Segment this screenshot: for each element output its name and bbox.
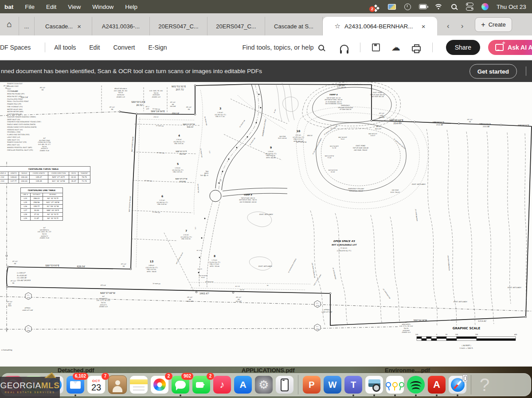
watermark-brand-b: MLS [41, 381, 60, 390]
svg-text:30' SIDE S/B: 30' SIDE S/B [153, 283, 160, 285]
svg-text:N41°54'09"W56.42': N41°54'09"W56.42' [199, 275, 207, 278]
wifi-icon[interactable] [434, 3, 442, 10]
running-indicator [373, 394, 375, 396]
svg-text:( IN FEET ): ( IN FEET ) [462, 344, 471, 347]
find-tools-search[interactable]: Find tools, topics, or help [242, 44, 324, 51]
svg-text:1.50 AC.(65,362 SQ. FT.)CBA: 0: 1.50 AC.(65,362 SQ. FT.)CBA: 0.95 AC. [172, 167, 184, 173]
star-icon[interactable]: ☆ [335, 22, 340, 30]
dock-icon-word[interactable]: W [324, 376, 341, 394]
tab-2[interactable]: A2431.0036-... [92, 17, 150, 35]
menu-clock[interactable]: Thu Oct 23 [497, 4, 528, 10]
dock-icon-safari-iphone[interactable] [449, 376, 466, 394]
svg-text:30' SIDE S/B: 30' SIDE S/B [152, 211, 160, 213]
back-arrow-icon[interactable]: ‹ [447, 22, 450, 31]
print-icon[interactable] [412, 46, 421, 51]
dock-icon-question[interactable]: ? [476, 376, 493, 394]
tab-1[interactable]: Cascade...× [35, 17, 92, 35]
dock-icon-calendar[interactable]: OCT237 [87, 376, 105, 394]
boundary-lines [7, 84, 532, 325]
time-machine-icon[interactable] [403, 3, 411, 10]
svg-text:1 inch = 100 ft.: 1 inch = 100 ft. [459, 347, 473, 349]
dock-icon-messages[interactable]: 902 [172, 376, 189, 394]
dock-icon-passwords[interactable] [386, 376, 404, 394]
pdf-page-plat-map[interactable]: L.L.223L.L.194L.L.223L.L.194 GRAPHIC SCA… [0, 82, 532, 367]
menu-item-file[interactable]: File [25, 4, 35, 10]
svg-text:100 YEAR FLOODPLAIN: 100 YEAR FLOODPLAIN [447, 255, 450, 271]
dock-icon-spotify[interactable] [407, 376, 425, 394]
toolbar-left: DF SpacesAll toolsEditConvertE-Sign [0, 43, 180, 52]
create-button[interactable]: + Create [475, 17, 512, 32]
svg-text:S88°41'21"E: S88°41'21"E [176, 150, 187, 152]
tab-active[interactable]: ☆A2431.0064-BERNHAR...× [323, 17, 437, 35]
station-points [198, 94, 262, 273]
ask-ai-button[interactable]: Ask AI A [488, 40, 532, 55]
menu-item-help[interactable]: Help [125, 4, 137, 10]
svg-text:S89°00'13"E: S89°00'13"E [131, 101, 145, 103]
cloud-upload-icon[interactable]: ☁ [391, 43, 400, 52]
toolbar-item-all-tools[interactable]: All tools [54, 44, 76, 51]
read-aloud-icon[interactable] [340, 45, 348, 51]
tab-4[interactable]: 20ERS047_C... [207, 17, 265, 35]
dock-icon-powerpoint[interactable]: P [303, 376, 321, 394]
share-button[interactable]: Share [446, 40, 480, 55]
toolbar-item-convert[interactable]: Convert [113, 44, 135, 51]
tab-0[interactable]: ... [19, 17, 35, 35]
dock-icon-notes[interactable] [130, 376, 148, 394]
svg-text:20' U.E.: 20' U.E. [198, 268, 203, 270]
dock-icon-mail[interactable]: 6,102 [66, 376, 84, 394]
svg-text:3: 3 [219, 107, 221, 110]
dock-icon-acrobat[interactable]: A [428, 376, 446, 394]
dropbox-icon[interactable]: 2 [372, 3, 380, 10]
spotlight-search-icon[interactable] [450, 3, 458, 10]
display-icon[interactable] [388, 3, 396, 10]
control-center-icon[interactable] [466, 3, 473, 10]
dock-icon-preview[interactable] [365, 376, 383, 394]
forward-arrow-icon[interactable]: › [461, 22, 464, 31]
dock-icon-iphone-mirroring[interactable] [276, 376, 293, 394]
menu-item-window[interactable]: Window [92, 4, 113, 10]
scan-ocr-banner: nned document has been identified, Scan … [0, 60, 532, 82]
desktop-strip: Detached.pdfAPPLICATIONS.pdfEnvironme...… [0, 367, 532, 398]
tab-close-icon[interactable]: × [77, 23, 81, 30]
dock-icon-music[interactable]: ♪ [213, 376, 231, 394]
svg-text:S88°05'42"E: S88°05'42"E [389, 119, 403, 121]
svg-text:L.L.: L.L. [27, 294, 30, 296]
tab-close-icon[interactable]: × [422, 23, 426, 30]
toolbar-item-e-sign[interactable]: E-Sign [148, 44, 167, 51]
menu-bar: bat FileEditViewWindowHelp 2 Thu Oct 23 [0, 0, 532, 13]
svg-text:TOP OF DAM: 800.30BOTTOM OF PO: TOP OF DAM: 800.30BOTTOM OF POOL: 790.50… [239, 197, 257, 203]
dock-icon-system-settings[interactable]: ⚙ [255, 376, 273, 394]
active-app-name[interactable]: bat [4, 4, 13, 10]
plus-icon: + [481, 21, 485, 28]
menu-item-view[interactable]: View [68, 4, 81, 10]
svg-text:50' FRONT S/B: 50' FRONT S/B [200, 148, 203, 158]
dock-icon-facetime[interactable]: 2 [192, 376, 210, 394]
save-icon[interactable] [372, 43, 380, 51]
tab-5[interactable]: Cascade at S... [265, 17, 323, 35]
battery-icon[interactable] [419, 3, 427, 10]
home-button[interactable]: ⌂ [0, 13, 19, 35]
menu-item-edit[interactable]: Edit [46, 4, 56, 10]
desktop-file[interactable]: Environme....pdf [385, 367, 430, 374]
svg-text:489.30': 489.30' [307, 135, 313, 137]
svg-text:1.50 AC.(65,381 SQ. FT.)CBA: 0: 1.50 AC.(65,381 SQ. FT.)CBA: 0.71 AC. [215, 112, 226, 117]
dock-separator [298, 375, 298, 394]
dock-icon-app-store[interactable]: A [234, 376, 252, 394]
svg-text:IPS 1/2"RBON LINE: IPS 1/2"RBON LINE [235, 297, 242, 302]
toolbar-item-edit[interactable]: Edit [89, 44, 100, 51]
tab-3[interactable]: 20ERS047_C... [150, 17, 207, 35]
search-icon [318, 45, 324, 51]
svg-text:75' WATERSHED BUFFER: 75' WATERSHED BUFFER [393, 138, 406, 150]
siri-icon[interactable] [481, 3, 489, 10]
svg-text:30': 30' [267, 285, 269, 286]
desktop-file[interactable]: APPLICATIONS.pdf [242, 367, 295, 374]
road-darden-way [199, 84, 287, 287]
toolbar-item-df-spaces[interactable]: DF Spaces [0, 44, 31, 51]
dock-icon-photos[interactable]: 2 [151, 376, 168, 394]
running-indicator [457, 394, 458, 396]
dock-icon-contacts[interactable] [108, 375, 127, 394]
svg-text:9: 9 [270, 146, 272, 149]
svg-text:L26: L26 [220, 179, 222, 181]
dock-icon-teams[interactable]: T [344, 376, 362, 394]
get-started-button[interactable]: Get started [469, 64, 517, 78]
